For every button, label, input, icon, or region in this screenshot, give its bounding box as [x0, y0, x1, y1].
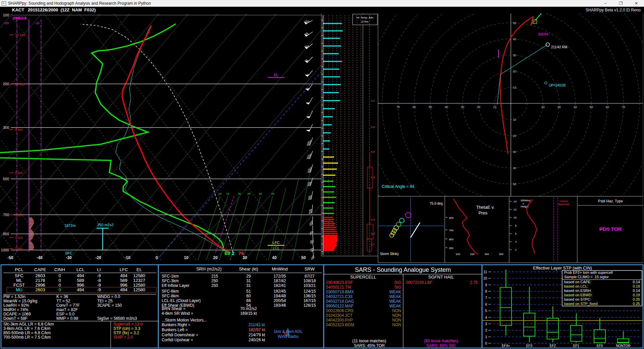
kin-layer: SFC-1km [162, 274, 179, 279]
maximize-button[interactable]: ❐ [613, 0, 629, 7]
sars-supercell-match[interactable]: 04052323.BGMNON [326, 322, 401, 327]
composite-index: STP (fix) = 3.2 [113, 331, 139, 335]
advection-title-1: Inf. Temp. Adv. [356, 16, 374, 19]
line [310, 151, 313, 159]
sfc-dewpoint-value: 69 [224, 250, 230, 256]
hazard-inset[interactable]: Psbl Haz. Type PDS TOR [577, 199, 643, 232]
stp-category-label: EF1 [573, 344, 580, 348]
upshear-marker[interactable] [545, 82, 547, 84]
sars-supercell-match[interactable]: 04042300.P#PNON [326, 318, 401, 322]
barb-flag [307, 130, 310, 132]
sars-supercell-match[interactable]: 00022606.CRSNON [326, 308, 401, 313]
parcel-row-mu[interactable]: MU26030494-949412580 [7, 287, 156, 293]
barb-full [309, 213, 312, 213]
kin-layer: SFC-8km [162, 294, 179, 298]
slinky-circles [390, 212, 411, 237]
thermo-stat: 3CAPE = 150 [97, 303, 122, 308]
advection-value: 5.9 [371, 232, 375, 235]
wind-barb [309, 205, 313, 213]
parcel-row-sfc[interactable]: SFC26030494-949412580 [15, 273, 145, 278]
thetae-pressure-label: 800 [449, 238, 454, 241]
sars-match-id: 00072100.LBF [406, 280, 432, 285]
hazard-title: Psbl Haz. Type [598, 199, 623, 203]
smv-label: Bunkers Left = [162, 328, 188, 332]
kin-header: SRH (m2/s2) [196, 266, 221, 271]
km-label: 15 km [15, 33, 25, 37]
srwind-inset[interactable]: SRWind v. Height 1412108642 Classic Supe… [509, 197, 570, 262]
line [313, 250, 314, 258]
thermo-stat: MidRH = 74% [3, 307, 29, 312]
temp-axis-label: 40 [272, 255, 277, 260]
km-label: 12 km [15, 82, 25, 86]
stp-y-label: 0 [485, 342, 487, 345]
kin-layer: Eff Inflow Layer [162, 283, 190, 288]
sars-hail-match[interactable]: 00072100.LBF2.75 [406, 280, 478, 285]
kin-layer: SFC-3km [162, 279, 179, 283]
kin-mnwind: 187/42 [274, 279, 286, 283]
stp-category-label: EF0 [597, 344, 603, 348]
smv-value: 214/79 kt [249, 333, 265, 337]
line [311, 164, 313, 172]
kin-header: SRW [305, 266, 315, 271]
hodo-ring-label: 40 [574, 105, 577, 109]
kin-shear: 29 [246, 274, 251, 279]
hazard-value: PDS TOR [599, 226, 622, 232]
sars-supercell-match[interactable]: 04032718.GAGWEAK [326, 299, 401, 304]
km-label: 9 km [15, 128, 23, 132]
stp-legend-value: 0.19 [633, 293, 640, 297]
barb-full [310, 223, 313, 225]
isotherm-line [127, 13, 335, 260]
sars-match-type: SIG [394, 285, 401, 290]
sars-match-type: WEAK [389, 299, 401, 304]
wind-barb [307, 151, 313, 159]
advection-panel[interactable]: Inf. Temp. Adv. (C/hr) 0.10.60.91.30.35.… [321, 13, 378, 263]
stp-legend-title: Sample CLIMO = .15 sigtor [564, 275, 609, 279]
sr46-label: 4-6km SR Wind = [162, 311, 193, 316]
slinky-circle [390, 233, 394, 237]
wind-barb [305, 57, 313, 63]
bunkers-right-marker[interactable] [546, 43, 550, 47]
smv-label: Bunkers Right = [162, 322, 191, 327]
hodo-ring-label: 50 [513, 183, 516, 186]
barb-full [310, 240, 313, 241]
advection-value: 0.1 [371, 99, 375, 102]
sars-supercell-match[interactable]: 04032721.C33WEAK [326, 294, 401, 299]
temp-axis-label: 0 [156, 255, 158, 260]
advection-bar-block [323, 235, 338, 251]
sars-supercell-match[interactable]: 03050719.BMXWEAK [326, 290, 401, 294]
temp-axis-label: -10 [124, 255, 130, 260]
box [594, 330, 605, 343]
esrh-value-label: 250 m2s2 [97, 223, 113, 227]
sars-supercell-match[interactable]: 54050121.TIKSIG [326, 285, 401, 290]
thetae-inset[interactable]: ThetaE v. Pres 600700800900320330340350 [445, 199, 503, 256]
hodo-ring-label: 30 [461, 105, 464, 109]
storm-slinky-inset[interactable]: Storm Slinky 75.0 deg [379, 197, 444, 262]
srwind-height-label: 6 [515, 232, 517, 235]
barb-full [310, 225, 313, 226]
parcel-row-ml[interactable]: ML21760589-858912327 [16, 278, 145, 283]
hodo-ring-label: 10 [513, 118, 516, 121]
sars-match-id: 04032721.C33 [326, 294, 353, 299]
sars-supercell-match[interactable]: 01042304.JCTNON [326, 313, 401, 318]
dry-adiabat-line [0, 13, 55, 260]
km-label: 1 km [15, 236, 23, 240]
hodo-ring-label: 20 [477, 105, 480, 109]
barb-full [309, 212, 312, 212]
parcel-cell: SFC [15, 273, 23, 278]
srwind-height-label: 8 [515, 224, 517, 227]
close-button[interactable]: ✕ [629, 0, 644, 7]
parcel-cell: 0 [58, 283, 61, 288]
parcel-cell: 2996 [36, 283, 45, 288]
parcel-row-fcst[interactable]: FCST29960996-999612580 [13, 283, 145, 288]
minimize-button[interactable]: – [598, 0, 613, 7]
dry-adiabat-line [0, 13, 20, 260]
kin-mnwind: 172/35 [274, 274, 286, 279]
thermo-stat: ESP = 0.0 [56, 312, 74, 316]
sars-match-type: WEAK [389, 290, 401, 294]
sars-supercell-match[interactable]: 03040623.ESFSIG [326, 280, 401, 285]
thermo-stat: MeanW = 15.0g/kg [3, 299, 37, 303]
dry-adiabat-line [44, 13, 231, 260]
srwind-height-label: 2 [515, 248, 517, 251]
sars-supercell-match[interactable]: 99050122.MAFWEAK [326, 304, 401, 308]
wind-barb-column [304, 20, 314, 259]
